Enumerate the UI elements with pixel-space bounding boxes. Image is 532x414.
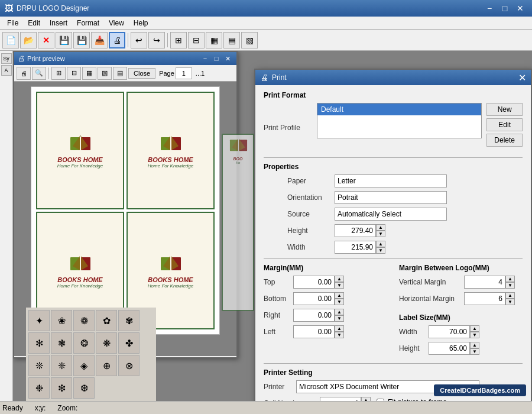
menu-format[interactable]: Format	[72, 18, 104, 28]
icon-8[interactable]: ❂	[73, 332, 95, 354]
width-up-btn[interactable]: ▲	[376, 241, 385, 247]
width-down-btn[interactable]: ▼	[376, 247, 385, 254]
vertical-margin-up[interactable]: ▲	[505, 276, 515, 282]
height-down-btn[interactable]: ▼	[376, 231, 385, 237]
close-button[interactable]: ✕	[513, 2, 527, 14]
horizontal-margin-field[interactable]	[464, 292, 505, 305]
menu-help[interactable]: Help	[129, 18, 153, 28]
margin-bottom-field[interactable]	[293, 292, 335, 305]
save-button[interactable]: 💾	[56, 32, 72, 48]
margin-top-field[interactable]	[293, 276, 335, 289]
vertical-margin-field[interactable]	[464, 276, 505, 289]
preview-close-button[interactable]: Close	[128, 68, 155, 79]
label-height-field[interactable]	[429, 342, 470, 355]
preview-zoom-btn[interactable]: 🔍	[32, 67, 46, 80]
profile-list[interactable]: Default	[317, 103, 482, 138]
minimize-button[interactable]: −	[482, 2, 497, 14]
margin-bottom-down[interactable]: ▼	[335, 299, 344, 305]
preview-print-btn[interactable]: 🖨	[17, 67, 31, 80]
preview-close-btn[interactable]: ✕	[222, 54, 233, 63]
margin-right-up[interactable]: ▲	[335, 309, 344, 315]
preview-view2-btn[interactable]: ⊟	[67, 67, 81, 80]
preview-maximize-btn[interactable]: □	[211, 54, 222, 63]
icon-6[interactable]: ✻	[28, 332, 50, 354]
icon-16[interactable]: ❉	[28, 377, 50, 399]
label-width-field[interactable]	[429, 325, 470, 338]
icon-10[interactable]: ✤	[118, 332, 140, 354]
label-height-up[interactable]: ▲	[470, 342, 479, 348]
vertical-margin-down[interactable]: ▼	[505, 282, 515, 289]
label-width-up[interactable]: ▲	[470, 325, 479, 332]
icon-15[interactable]: ⊗	[118, 355, 140, 376]
app-title-bar: 🖼 DRPU LOGO Designer − □ ✕	[0, 0, 532, 17]
print-button[interactable]: 🖨	[109, 32, 125, 48]
margin-right-down[interactable]: ▼	[335, 315, 344, 322]
menu-insert[interactable]: Insert	[45, 18, 72, 28]
source-input[interactable]	[335, 208, 447, 221]
tool-2[interactable]: A	[1, 65, 12, 76]
icon-14[interactable]: ⊕	[96, 355, 117, 376]
divider-1	[264, 157, 523, 158]
view3-button[interactable]: ▦	[206, 32, 222, 48]
preview-view4-btn[interactable]: ▧	[98, 67, 112, 80]
icon-7[interactable]: ❃	[51, 332, 72, 354]
margin-right-field[interactable]	[293, 309, 335, 322]
icon-17[interactable]: ❇	[51, 377, 72, 399]
horizontal-margin-up[interactable]: ▲	[505, 292, 515, 299]
label-height-down[interactable]: ▼	[470, 348, 479, 355]
preview-view1-btn[interactable]: ⊞	[51, 67, 66, 80]
icon-4[interactable]: ✿	[96, 310, 117, 331]
margin-left-field[interactable]	[293, 325, 335, 338]
menu-view[interactable]: View	[104, 18, 129, 28]
icon-18[interactable]: ❆	[73, 377, 95, 399]
vertical-margin-row: Vertical Margin ▲ ▼	[399, 276, 523, 289]
close-button2[interactable]: ✕	[38, 32, 54, 48]
profile-item-default[interactable]: Default	[317, 104, 481, 115]
preview-view3-btn[interactable]: ▦	[82, 67, 96, 80]
save-as-button[interactable]: 💾	[73, 32, 90, 48]
open-button[interactable]: 📂	[20, 32, 37, 48]
partial-card-title: BOO	[225, 157, 251, 161]
height-field[interactable]	[335, 224, 376, 237]
profile-delete-btn[interactable]: Delete	[486, 134, 523, 147]
preview-minimize-btn[interactable]: −	[200, 54, 210, 63]
icon-3[interactable]: ❁	[73, 310, 95, 331]
margin-top-down[interactable]: ▼	[335, 282, 344, 289]
maximize-button[interactable]: □	[498, 2, 512, 14]
view4-button[interactable]: ▤	[223, 32, 240, 48]
view2-button[interactable]: ⊟	[188, 32, 205, 48]
profile-edit-btn[interactable]: Edit	[486, 118, 523, 131]
menu-file[interactable]: File	[2, 18, 23, 28]
print-dialog-title: Print	[272, 73, 518, 82]
preview-page-input[interactable]	[176, 67, 192, 79]
label-width-down[interactable]: ▼	[470, 332, 479, 338]
icon-11[interactable]: ❊	[28, 355, 50, 376]
view1-button[interactable]: ⊞	[170, 32, 187, 48]
orientation-input[interactable]	[335, 191, 447, 204]
height-up-btn[interactable]: ▲	[376, 224, 385, 231]
icon-13[interactable]: ◈	[73, 355, 95, 376]
tool-1[interactable]: Sy	[1, 53, 12, 64]
margin-left-up[interactable]: ▲	[335, 325, 344, 332]
profile-new-btn[interactable]: New	[486, 103, 523, 116]
icon-9[interactable]: ❋	[96, 332, 117, 354]
icon-12[interactable]: ❈	[51, 355, 72, 376]
margin-bottom-up[interactable]: ▲	[335, 292, 344, 299]
menu-edit[interactable]: Edit	[23, 18, 45, 28]
horizontal-margin-down[interactable]: ▼	[505, 299, 515, 305]
undo-button[interactable]: ↩	[131, 32, 147, 48]
redo-button[interactable]: ↪	[148, 32, 165, 48]
import-button[interactable]: 📥	[91, 32, 108, 48]
icon-1[interactable]: ✦	[28, 310, 50, 331]
print-dialog-close[interactable]: ✕	[518, 72, 526, 83]
icon-2[interactable]: ❀	[51, 310, 72, 331]
new-button[interactable]: 📄	[2, 32, 19, 48]
paper-input[interactable]	[335, 174, 447, 187]
view5-button[interactable]: ▧	[241, 32, 258, 48]
preview-view5-btn[interactable]: ▤	[113, 67, 127, 80]
margin-top-up[interactable]: ▲	[335, 276, 344, 282]
margin-left-down[interactable]: ▼	[335, 332, 344, 338]
width-field[interactable]	[335, 241, 376, 254]
icon-5[interactable]: ✾	[118, 310, 140, 331]
card-3-subtitle: Home For Knowledge	[57, 283, 103, 289]
